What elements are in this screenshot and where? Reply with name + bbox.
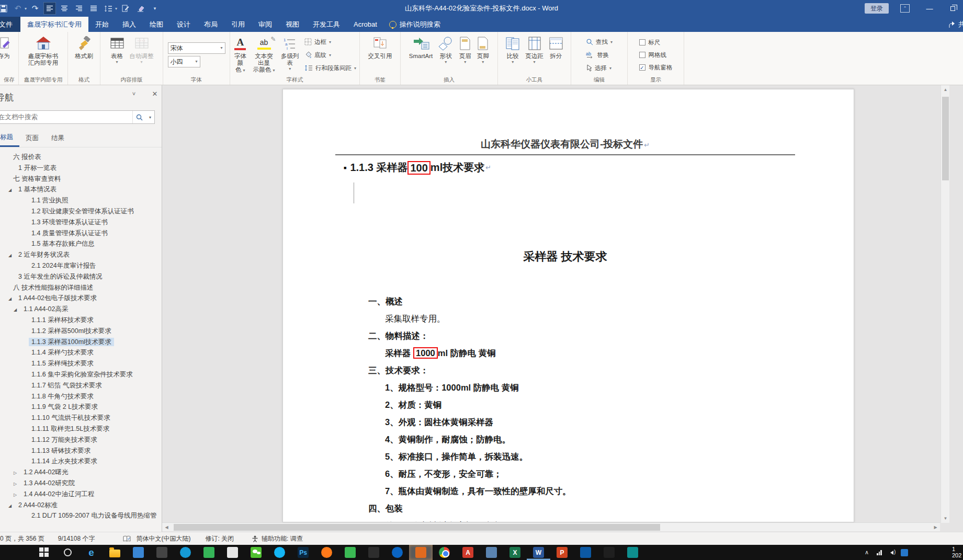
nav-tree-item[interactable]: 1.1.3 采样器100ml技术要求 (0, 337, 162, 348)
align-left-icon[interactable] (43, 2, 56, 15)
nav-tree-item[interactable]: ▷1.2 A44-02曙光 (0, 467, 162, 478)
nav-tree-item[interactable]: 1.4 质量管理体系认证证书 (0, 228, 162, 239)
ruler-checkbox[interactable]: 标尺 (639, 37, 673, 48)
autofit-button[interactable]: 自动调整 ▾ (128, 33, 156, 76)
expand-arrow-icon[interactable]: ◢ (14, 305, 21, 316)
ribbon-tab[interactable]: 开发工具 (306, 17, 347, 32)
scroll-down-icon[interactable]: ▼ (941, 514, 950, 523)
app-icon-2[interactable] (150, 545, 174, 560)
nav-tree-item[interactable]: 1.1.7 铝箔 气袋技术要求 (0, 380, 162, 391)
gridlines-checkbox[interactable]: 网格线 (639, 50, 673, 61)
edit-document-icon[interactable] (119, 2, 132, 15)
vertical-scrollbar[interactable]: ▲ ▼ (941, 85, 949, 523)
qq-icon[interactable] (268, 545, 291, 560)
horizontal-scroll-thumb[interactable] (174, 524, 660, 531)
nav-tree-item[interactable]: 1.1.8 牛角勺技术要求 (0, 391, 162, 402)
ribbon-tab[interactable]: 插入 (116, 17, 143, 32)
line-spacing-dropdown-icon[interactable]: ▾ (115, 6, 117, 11)
nav-tree-item[interactable]: 1.1.1 采样杯技术要求 (0, 315, 162, 326)
scroll-right-icon[interactable]: ▶ (931, 523, 940, 532)
redo-icon[interactable]: ↷ (29, 2, 41, 15)
ribbon-tab[interactable]: 绘图 (143, 17, 170, 32)
footer-button[interactable]: 页脚 ▾ (474, 33, 491, 76)
app-icon-7[interactable] (362, 545, 386, 560)
wechat-icon[interactable] (244, 545, 268, 560)
ribbon-tab[interactable]: 鑫晟宇标书汇专用 (20, 17, 88, 32)
chrome-icon[interactable] (433, 545, 456, 560)
font-name-select[interactable]: 宋体▾ (168, 42, 225, 54)
format-painter-button[interactable]: 格式刷 (73, 33, 95, 76)
app-icon-11[interactable]: P (550, 545, 574, 560)
taskbar-clock[interactable]: 1 202 (952, 546, 963, 558)
expand-arrow-icon[interactable]: ◢ (8, 501, 16, 512)
text-highlight-button[interactable]: ab✎ 文本突出显 示颜色 ▾ (251, 33, 278, 76)
expand-arrow-icon[interactable]: ◢ (8, 250, 16, 261)
select-button[interactable]: 选择▾ (586, 62, 613, 74)
nav-tree-item[interactable]: 1.1.11 取样兜1.5L技术要求 (0, 424, 162, 435)
undo-icon[interactable]: ↶ (12, 2, 24, 15)
track-changes-status[interactable]: 修订: 关闭 (205, 534, 234, 543)
expand-arrow-icon[interactable]: ◢ (8, 294, 16, 305)
borders-button[interactable]: 边框▾ (304, 36, 356, 48)
nav-tree-item[interactable]: ▷1.3 A44-02研究院 (0, 478, 162, 489)
network-icon[interactable] (873, 545, 886, 560)
share-button[interactable]: 共享 (949, 17, 963, 32)
replace-button[interactable]: ab 替换 (586, 49, 613, 61)
app-icon-8[interactable] (386, 545, 409, 560)
nav-tree-item[interactable]: 2.1 DL/T 1059-2007 电力设备母线用热缩管 (0, 510, 162, 521)
page-number-status[interactable]: 第 50 页，共 356 页 (0, 534, 44, 543)
restore-button[interactable] (945, 3, 960, 14)
font-color-button[interactable]: A 字体颜 色 ▾ (231, 33, 250, 76)
nav-tree-item[interactable]: ◢1 基本情况表 (0, 184, 162, 195)
compare-button[interactable]: 比较 ▾ (503, 33, 522, 76)
ribbon-tab[interactable]: Acrobat (347, 17, 384, 32)
vertical-scroll-thumb[interactable] (942, 97, 949, 180)
nav-tree-item[interactable]: 1.1.10 气流烘干机技术要求 (0, 413, 162, 424)
active-app-icon[interactable] (409, 545, 433, 560)
start-button[interactable] (32, 545, 56, 560)
nav-tree-item[interactable]: 1.1.4 采样勺技术要求 (0, 347, 162, 358)
nav-tree-item[interactable]: ◢2 A44-02标准 (0, 500, 162, 511)
expand-arrow-icon[interactable]: ◢ (8, 185, 16, 196)
search-dropdown-icon[interactable]: ▾ (146, 111, 154, 123)
nav-tree-item[interactable]: ◢2 近年财务状况表 (0, 249, 162, 260)
nav-tree-item[interactable]: 1.3 环境管理体系认证证书 (0, 217, 162, 228)
search-icon[interactable] (56, 545, 80, 560)
nav-tree-item[interactable]: 1.1.5 采样绳技术要求 (0, 358, 162, 369)
ribbon-tab[interactable]: 设计 (170, 17, 197, 32)
align-center-icon[interactable] (58, 2, 71, 15)
horizontal-scrollbar[interactable]: ◀ ▶ (162, 522, 940, 531)
accessibility-icon[interactable] (252, 535, 258, 542)
ribbon-tab[interactable]: 文件 (0, 17, 20, 32)
app-icon-4[interactable] (197, 545, 221, 560)
cross-reference-button[interactable]: 交叉引用 (366, 33, 394, 76)
proofing-book-icon[interactable] (123, 535, 131, 542)
font-size-select[interactable]: 小四▾ (168, 56, 200, 67)
firefox-icon[interactable] (315, 545, 338, 560)
ribbon-tab[interactable]: 审阅 (252, 17, 279, 32)
excel-icon[interactable]: X (503, 545, 527, 560)
volume-icon[interactable] (886, 545, 898, 560)
pc-manager-icon[interactable] (898, 545, 911, 560)
nav-tree-item[interactable]: 1.1.9 气袋 2 L技术要求 (0, 402, 162, 413)
nav-tree-item[interactable]: 2.1 2024年度审计报告 (0, 260, 162, 271)
nav-tree-item[interactable]: ◢1 A44-02包电子版技术要求 (0, 293, 162, 304)
shading-button[interactable]: 底纹▾ (304, 49, 356, 61)
shapes-button[interactable]: 形状 ▾ (436, 33, 456, 76)
accessibility-status[interactable]: 辅助功能: 调查 (262, 534, 303, 543)
app-icon-1[interactable] (127, 545, 150, 560)
edge-icon[interactable]: e (80, 545, 103, 560)
save-icon[interactable] (0, 2, 9, 15)
app-icon-9[interactable]: A (456, 545, 480, 560)
header-button[interactable]: 页眉 ▾ (457, 33, 473, 76)
nav-tree-item[interactable]: 1.2 职业健康安全管理体系认证证书 (0, 206, 162, 217)
nav-search-input[interactable] (0, 113, 132, 121)
line-spacing-icon[interactable] (102, 2, 115, 15)
ribbon-tab[interactable]: 布局 (197, 17, 224, 32)
ribbon-tab[interactable]: 视图 (279, 17, 306, 32)
ribbon-tab[interactable]: 引用 (224, 17, 252, 32)
app-icon-5[interactable] (221, 545, 244, 560)
margins-button[interactable]: 页边距 ▾ (523, 33, 546, 76)
expand-arrow-icon[interactable]: ▷ (14, 479, 21, 490)
file-explorer-icon[interactable] (103, 545, 127, 560)
